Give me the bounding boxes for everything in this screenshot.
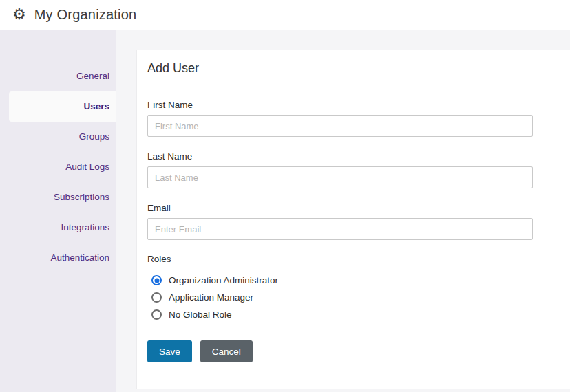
page-title: My Organization	[34, 7, 137, 23]
sidebar-item-audit-logs[interactable]: Audit Logs	[0, 152, 116, 182]
roles-label: Roles	[147, 254, 532, 264]
sidebar-item-general[interactable]: General	[0, 61, 116, 91]
settings-sidebar: General Users Groups Audit Logs Subscrip…	[0, 30, 116, 392]
last-name-field[interactable]	[147, 166, 533, 188]
radio-button-icon[interactable]	[151, 292, 162, 303]
gear-icon: ⚙	[12, 7, 26, 22]
role-option-label: Organization Administrator	[169, 275, 278, 285]
sidebar-item-users[interactable]: Users	[9, 91, 116, 122]
first-name-label: First Name	[147, 100, 532, 110]
role-option-organization-administrator[interactable]: Organization Administrator	[151, 275, 532, 285]
sidebar-item-integrations[interactable]: Integrations	[0, 213, 116, 243]
role-option-application-manager[interactable]: Application Manager	[151, 292, 532, 303]
app-header: ⚙ My Organization	[0, 0, 570, 30]
main-content-area: Add User First Name Last Name Email Role…	[116, 30, 570, 392]
radio-button-icon[interactable]	[151, 275, 162, 285]
app-window: ⚙ My Organization General Users Groups A…	[0, 0, 570, 392]
email-field[interactable]	[147, 218, 533, 240]
email-label: Email	[147, 203, 532, 213]
role-option-label: No Global Role	[169, 309, 232, 320]
add-user-card: Add User First Name Last Name Email Role…	[136, 50, 570, 389]
sidebar-item-groups[interactable]: Groups	[0, 122, 116, 152]
radio-button-icon[interactable]	[151, 309, 162, 320]
sidebar-item-authentication[interactable]: Authentication	[0, 243, 116, 273]
save-button[interactable]: Save	[147, 340, 192, 362]
sidebar-item-subscriptions[interactable]: Subscriptions	[0, 182, 116, 213]
form-actions: Save Cancel	[147, 340, 532, 362]
cancel-button[interactable]: Cancel	[200, 340, 253, 362]
role-option-label: Application Manager	[169, 292, 253, 303]
last-name-label: Last Name	[147, 151, 532, 162]
form-title: Add User	[147, 61, 532, 85]
role-option-no-global-role[interactable]: No Global Role	[151, 309, 532, 320]
first-name-field[interactable]	[147, 115, 533, 137]
